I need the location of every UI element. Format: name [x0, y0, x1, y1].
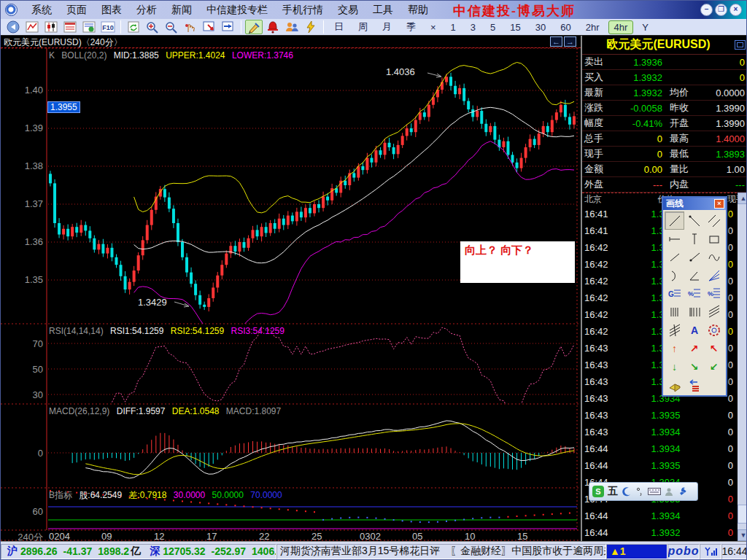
- alarm-icon[interactable]: [264, 20, 282, 34]
- vertical-line-icon[interactable]: [684, 230, 704, 248]
- arrow-sw-icon[interactable]: ↙: [704, 357, 724, 376]
- quote-row-幅度: 幅度-0.41%开盘1.3990: [582, 116, 747, 131]
- pobo-logo: pobo: [667, 545, 699, 558]
- palette-close-icon[interactable]: ×: [714, 199, 724, 209]
- punctuation-icon[interactable]: [635, 486, 644, 497]
- period-button-4hr[interactable]: 4hr: [608, 20, 634, 34]
- period-button-周[interactable]: 周: [352, 19, 374, 35]
- fibonacci-line-icon[interactable]: %: [704, 284, 724, 303]
- period-button-季[interactable]: 季: [400, 19, 422, 35]
- parallel-line-icon[interactable]: [704, 211, 724, 230]
- point-line-icon[interactable]: [684, 211, 704, 230]
- zoom-in-icon[interactable]: [144, 20, 161, 34]
- fibonacci-cycle-icon[interactable]: [684, 303, 704, 321]
- menu-item-0[interactable]: 系统: [31, 4, 52, 17]
- quote-board-icon[interactable]: [61, 20, 79, 34]
- eraser-icon[interactable]: [665, 376, 684, 394]
- scroll-up-arrow-icon[interactable]: ▲: [738, 192, 747, 204]
- menu-item-7[interactable]: 交易: [338, 4, 358, 17]
- menu-item-5[interactable]: 中信建投专栏: [206, 4, 268, 17]
- tick-row[interactable]: 16:441.39340: [582, 440, 738, 457]
- arrow-up-icon[interactable]: ↑: [665, 339, 684, 357]
- alert-segment[interactable]: ▲1: [606, 544, 667, 559]
- candlestick-icon[interactable]: [42, 20, 60, 34]
- rectangle-icon[interactable]: [704, 230, 724, 248]
- period-button-3[interactable]: 3: [465, 20, 481, 34]
- sogou-logo-icon[interactable]: S: [592, 486, 604, 497]
- arrow-nw-icon[interactable]: ↖: [704, 339, 724, 357]
- menu-item-8[interactable]: 工具: [373, 4, 393, 17]
- gann-wheel-icon[interactable]: [704, 321, 724, 339]
- tick-row[interactable]: 16:441.39350: [582, 457, 738, 474]
- f10-icon[interactable]: F10: [99, 20, 117, 34]
- tick-list-scrollbar[interactable]: ▲ ▼: [738, 192, 747, 541]
- horizontal-line-icon[interactable]: [665, 230, 684, 248]
- users-icon[interactable]: [283, 20, 301, 34]
- minimize-button[interactable]: –: [700, 4, 713, 16]
- period-button-5[interactable]: 5: [484, 20, 501, 34]
- keyboard-icon[interactable]: [648, 487, 661, 496]
- panel-restore-icon[interactable]: [735, 40, 746, 50]
- arc-icon[interactable]: [665, 266, 684, 284]
- period-button-2hr[interactable]: 2hr: [580, 20, 605, 34]
- period-button-15[interactable]: 15: [504, 20, 526, 34]
- refresh-icon[interactable]: [125, 20, 142, 34]
- back-icon[interactable]: [4, 20, 22, 34]
- period-button-60[interactable]: 60: [554, 20, 576, 34]
- gann-fan-icon[interactable]: [704, 266, 724, 284]
- arrow-down-icon[interactable]: ↓: [665, 357, 684, 376]
- angle-icon[interactable]: [684, 266, 704, 284]
- channel-icon[interactable]: [704, 303, 724, 321]
- period-button-Y[interactable]: Y: [636, 20, 654, 34]
- chart-region[interactable]: 欧元美元(EURUSD)〈240分〉 ← → K BOLL(20,2) MID:…: [1, 36, 581, 541]
- menu-item-1[interactable]: 页面: [66, 4, 87, 17]
- line-chart-icon[interactable]: [23, 20, 41, 34]
- scroll-down-arrow-icon[interactable]: ▼: [738, 529, 747, 541]
- kline-chart-svg[interactable]: [1, 36, 581, 541]
- menu-item-6[interactable]: 手机行情: [282, 4, 323, 17]
- x-tick-0204: 0204: [49, 531, 70, 542]
- close-button[interactable]: ×: [729, 4, 742, 16]
- export-window-icon[interactable]: [201, 20, 218, 34]
- tick-row[interactable]: 16:441.39320: [582, 524, 738, 541]
- tick-row[interactable]: 16:431.39350: [582, 407, 738, 424]
- swap-icon[interactable]: [684, 376, 704, 394]
- moon-icon[interactable]: [622, 486, 632, 497]
- next-window-icon[interactable]: [220, 20, 237, 34]
- tick-row[interactable]: 16:441.39340: [582, 508, 738, 524]
- period-button-月[interactable]: 月: [376, 19, 398, 35]
- wubi-icon[interactable]: 五: [608, 485, 618, 498]
- text-tool-icon[interactable]: A: [684, 321, 704, 339]
- wave-icon[interactable]: [704, 248, 724, 266]
- period-button-×[interactable]: ×: [425, 20, 442, 34]
- period-button-1[interactable]: 1: [445, 20, 462, 34]
- menu-item-9[interactable]: 帮助: [408, 4, 428, 17]
- segment-icon[interactable]: [665, 248, 684, 266]
- trend-line-icon[interactable]: [665, 211, 684, 230]
- drag-hand-icon[interactable]: [182, 20, 199, 34]
- golden-section-icon[interactable]: G: [665, 284, 684, 303]
- arrow-se-icon[interactable]: ↘: [684, 357, 704, 376]
- report-icon[interactable]: [80, 20, 98, 34]
- menu-item-3[interactable]: 分析: [136, 4, 157, 17]
- period-button-日[interactable]: 日: [328, 19, 349, 35]
- ray-icon[interactable]: [684, 248, 704, 266]
- menu-item-4[interactable]: 新闻: [171, 4, 192, 17]
- menu-item-2[interactable]: 图表: [101, 4, 122, 17]
- percent-line-icon[interactable]: %: [684, 284, 704, 303]
- scrollbar-thumb[interactable]: [738, 505, 747, 524]
- user-icon[interactable]: [665, 487, 673, 497]
- tick-time: 16:42: [582, 259, 619, 270]
- wrench-icon[interactable]: [677, 486, 687, 497]
- zoom-out-icon[interactable]: [163, 20, 180, 34]
- flash-icon[interactable]: [302, 20, 320, 34]
- palette-title-bar[interactable]: 画线 ×: [663, 198, 726, 210]
- regression-channel-icon[interactable]: [665, 321, 684, 339]
- tick-row[interactable]: 16:431.39340: [582, 424, 738, 440]
- period-button-30[interactable]: 30: [530, 20, 551, 34]
- cycle-line-icon[interactable]: [665, 303, 684, 321]
- draw-line-icon[interactable]: [245, 20, 263, 34]
- arrow-ne-icon[interactable]: ↗: [684, 339, 704, 357]
- price-tick-1.35: 1.35: [1, 274, 43, 285]
- restore-button[interactable]: ❐: [715, 4, 727, 16]
